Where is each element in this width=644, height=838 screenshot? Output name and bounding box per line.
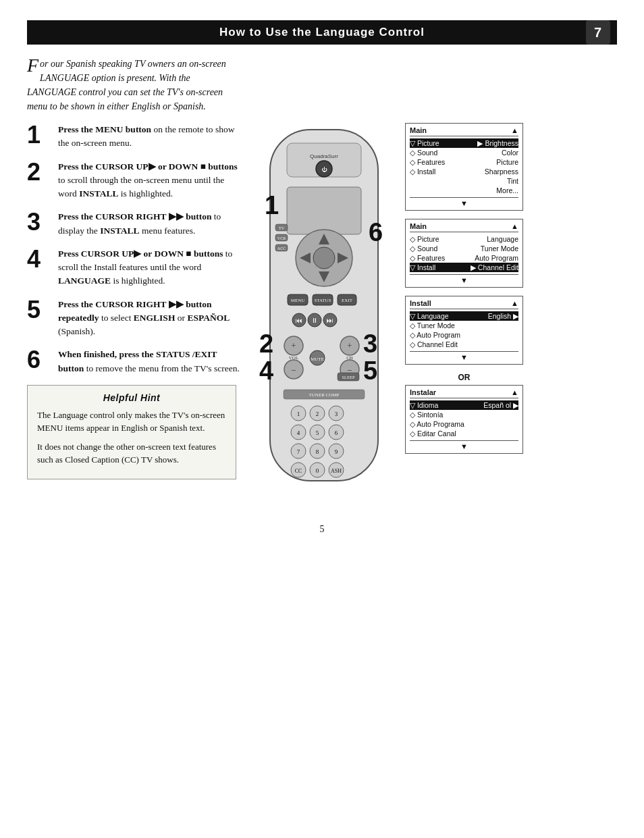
screen-2: Main ▲ ◇ PictureLanguage ◇ SoundTuner Mo… — [405, 219, 523, 288]
screen-1-row-4: ◇ InstallSharpness — [410, 167, 518, 176]
header-title: How to Use the Language Control — [219, 26, 425, 38]
screen-4-row-1: ▽ IdiomaEspañ ol ▶ — [410, 400, 518, 410]
svg-text:CH: CH — [346, 355, 353, 361]
screen-3-row-2: ◇ Tuner Mode — [410, 321, 518, 330]
screen-1-title-row: Main ▲ — [410, 126, 518, 136]
drop-cap: F — [27, 57, 38, 74]
screen-4-title-row: Instalar ▲ — [410, 388, 518, 398]
step-2-number: 2 — [27, 160, 53, 184]
svg-text:1: 1 — [265, 191, 279, 219]
svg-text:6: 6 — [369, 218, 383, 246]
svg-text:⏮: ⏮ — [296, 317, 302, 324]
svg-text:QuadraSurr: QuadraSurr — [310, 153, 338, 159]
svg-text:8: 8 — [316, 448, 319, 455]
header-icon: 7 — [586, 20, 610, 45]
svg-text:EXIT: EXIT — [342, 298, 353, 303]
svg-text:4: 4 — [259, 357, 273, 385]
step-3: 3 Press the CURSOR RIGHT ▶▶ button to di… — [27, 210, 243, 238]
svg-text:⏻: ⏻ — [321, 167, 327, 173]
step-4-text: Press CURSOR UP▶ or DOWN ■ buttons to sc… — [58, 247, 243, 288]
hint-box: Helpful Hint The Language control only m… — [27, 385, 236, 479]
screen-1-row-6: More... — [410, 186, 518, 195]
svg-rect-5 — [287, 187, 361, 234]
step-5-number: 5 — [27, 298, 53, 322]
step-5-text: Press the CURSOR RIGHT ▶▶ button repeate… — [58, 298, 243, 339]
content-area: 1 Press the MENU button on the remote to… — [27, 123, 617, 504]
screen-1-row-5: Tint — [410, 176, 518, 186]
svg-point-11 — [313, 247, 335, 269]
screen-4-row-4: ◇ Editar Canal — [410, 429, 518, 438]
svg-text:VCR: VCR — [277, 236, 286, 240]
svg-text:MENU: MENU — [291, 298, 305, 303]
screen-2-row-2: ◇ SoundTuner Mode — [410, 244, 518, 253]
svg-text:7: 7 — [297, 448, 300, 455]
screen-3-row-3: ◇ Auto Program — [410, 330, 518, 340]
hint-title: Helpful Hint — [37, 392, 226, 403]
svg-text:TUNER COMP: TUNER COMP — [309, 392, 340, 398]
step-2-text: Press the CURSOR UP▶ or DOWN ■ buttons t… — [58, 160, 243, 201]
svg-text:6: 6 — [335, 429, 338, 436]
screen-1: Main ▲ ▽ Picture▶ Brightness ◇ SoundColo… — [405, 123, 523, 211]
svg-text:3: 3 — [335, 411, 338, 417]
step-4-number: 4 — [27, 247, 53, 271]
screen-2-row-4: ▽ Install▶ Channel Edit — [410, 263, 518, 272]
step-6-text: When finished, press the STATUS /EXIT bu… — [58, 348, 243, 375]
screen-1-row-2: ◇ SoundColor — [410, 148, 518, 157]
svg-text:3: 3 — [363, 330, 377, 358]
screen-3: Install ▲ ▽ LanguageEnglish ▶ ◇ Tuner Mo… — [405, 296, 523, 365]
hint-text-2: It does not change the other on-screen t… — [37, 440, 226, 467]
intro-text: or our Spanish speaking TV owners an on-… — [27, 59, 226, 111]
screen-panels: Main ▲ ▽ Picture▶ Brightness ◇ SoundColo… — [405, 123, 523, 462]
screen-1-footer: ▼ — [410, 197, 518, 207]
screen-4-row-3: ◇ Auto Programa — [410, 419, 518, 429]
page: How to Use the Language Control 7 For ou… — [0, 0, 644, 838]
svg-text:CC: CC — [295, 468, 302, 474]
right-column: QuadraSurr ⏻ — [250, 123, 617, 504]
screen-1-row-3: ◇ FeaturesPicture — [410, 157, 518, 167]
svg-text:MUTE: MUTE — [311, 357, 324, 362]
svg-text:4: 4 — [297, 429, 300, 436]
steps-column: 1 Press the MENU button on the remote to… — [27, 123, 243, 504]
step-1: 1 Press the MENU button on the remote to… — [27, 123, 243, 151]
svg-text:5: 5 — [363, 357, 377, 385]
screen-4: Instalar ▲ ▽ IdiomaEspañ ol ▶ ◇ Sintonía… — [405, 385, 523, 454]
screen-3-row-1: ▽ LanguageEnglish ▶ — [410, 311, 518, 321]
screen-2-footer: ▼ — [410, 274, 518, 284]
svg-text:1: 1 — [297, 411, 300, 417]
svg-text:9: 9 — [335, 448, 338, 455]
screen-4-row-2: ◇ Sintonía — [410, 410, 518, 419]
screen-3-title-row: Install ▲ — [410, 299, 518, 309]
svg-text:–: – — [291, 365, 296, 374]
svg-text:VOL: VOL — [289, 355, 298, 361]
step-3-number: 3 — [27, 210, 53, 234]
svg-text:⏭: ⏭ — [327, 317, 333, 324]
step-2: 2 Press the CURSOR UP▶ or DOWN ■ buttons… — [27, 160, 243, 201]
screen-1-row-1: ▽ Picture▶ Brightness — [410, 138, 518, 148]
svg-text:2: 2 — [259, 330, 273, 358]
remote-control: QuadraSurr ⏻ — [250, 123, 398, 501]
svg-text:ACC: ACC — [277, 246, 286, 251]
svg-text:SLEEP: SLEEP — [342, 375, 355, 379]
screen-2-row-1: ◇ PictureLanguage — [410, 234, 518, 244]
screen-2-row-3: ◇ FeaturesAuto Program — [410, 253, 518, 263]
svg-text:+: + — [292, 341, 296, 350]
screen-3-row-4: ◇ Channel Edit — [410, 340, 518, 349]
step-1-number: 1 — [27, 123, 53, 147]
svg-text:+: + — [348, 341, 352, 350]
step-6-number: 6 — [27, 348, 53, 372]
intro-paragraph: For our Spanish speaking TV owners an on… — [27, 57, 236, 113]
or-label: OR — [405, 373, 523, 382]
header-bar: How to Use the Language Control 7 — [27, 20, 617, 45]
step-6: 6 When finished, press the STATUS /EXIT … — [27, 348, 243, 375]
svg-text:5: 5 — [316, 429, 319, 436]
page-number: 5 — [27, 524, 617, 535]
screen-4-footer: ▼ — [410, 440, 518, 450]
screen-3-footer: ▼ — [410, 351, 518, 361]
step-1-text: Press the MENU button on the remote to s… — [58, 123, 243, 151]
svg-text:2: 2 — [316, 411, 319, 417]
screen-2-title-row: Main ▲ — [410, 222, 518, 232]
svg-text:0: 0 — [316, 467, 319, 474]
step-5: 5 Press the CURSOR RIGHT ▶▶ button repea… — [27, 298, 243, 339]
svg-text:TV: TV — [279, 226, 285, 230]
step-3-text: Press the CURSOR RIGHT ▶▶ button to disp… — [58, 210, 243, 238]
